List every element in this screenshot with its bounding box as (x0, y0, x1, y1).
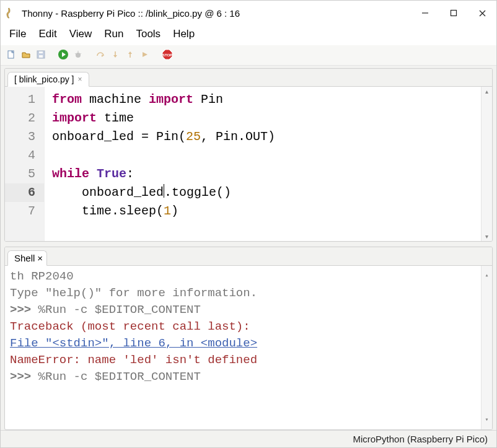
svg-marker-19 (143, 52, 147, 57)
svg-rect-1 (451, 11, 457, 16)
shell-scrollbar[interactable]: ▴▾ (481, 266, 492, 429)
code-text[interactable]: from machine import Pinimport timeonboar… (45, 87, 492, 241)
workspace: [ blink_pico.py ] × 1234567 from machine… (1, 66, 496, 430)
step-over-icon[interactable] (94, 48, 107, 61)
step-into-icon[interactable] (108, 48, 122, 61)
stop-icon[interactable]: STOP (161, 48, 174, 61)
new-file-icon[interactable] (4, 48, 18, 61)
tab-label: [ blink_pico.py ] (14, 74, 74, 84)
svg-text:STOP: STOP (162, 53, 172, 57)
menubar: FileEditViewRunToolsHelp (1, 25, 496, 45)
step-out-icon[interactable] (123, 48, 137, 61)
debug-icon[interactable] (71, 48, 85, 61)
shell-output[interactable]: th RP2040Type "help()" for more informat… (5, 266, 492, 429)
menu-edit[interactable]: Edit (32, 27, 63, 42)
menu-help[interactable]: Help (167, 27, 201, 42)
open-file-icon[interactable] (19, 48, 33, 61)
close-button[interactable] (468, 1, 496, 25)
statusbar: MicroPython (Raspberry Pi Pico) (1, 430, 496, 447)
editor-tabs: [ blink_pico.py ] × (5, 69, 492, 87)
svg-line-12 (75, 53, 76, 55)
shell-tabs: Shell × (5, 247, 492, 266)
app-icon (6, 7, 17, 19)
maximize-button[interactable] (439, 1, 468, 25)
menu-run[interactable]: Run (98, 27, 130, 42)
toolbar: STOP (1, 45, 496, 66)
minimize-button[interactable] (411, 1, 439, 25)
svg-rect-6 (39, 55, 43, 58)
run-icon[interactable] (56, 48, 70, 61)
svg-point-10 (76, 53, 81, 58)
svg-line-13 (80, 53, 81, 55)
svg-marker-16 (113, 55, 117, 58)
editor-panel: [ blink_pico.py ] × 1234567 from machine… (4, 68, 493, 242)
menu-tools[interactable]: Tools (130, 27, 167, 42)
line-gutter: 1234567 (5, 87, 45, 241)
window-title: Thonny - Raspberry Pi Pico :: /blink_pic… (22, 8, 411, 19)
shell-panel: Shell × th RP2040Type "help()" for more … (4, 247, 493, 430)
tab-blink-pico[interactable]: [ blink_pico.py ] × (7, 72, 89, 87)
resume-icon[interactable] (138, 48, 152, 61)
svg-marker-18 (128, 51, 132, 54)
code-area[interactable]: 1234567 from machine import Pinimport ti… (5, 87, 492, 241)
menu-view[interactable]: View (63, 27, 99, 42)
editor-scrollbar[interactable]: ▴▾ (481, 87, 492, 241)
menu-file[interactable]: File (3, 27, 32, 42)
close-icon[interactable]: × (77, 75, 84, 84)
svg-rect-7 (39, 51, 43, 53)
interpreter-status[interactable]: MicroPython (Raspberry Pi Pico) (353, 434, 488, 444)
close-icon[interactable]: × (37, 253, 43, 263)
shell-tab-label: Shell (14, 253, 35, 263)
save-file-icon[interactable] (34, 48, 48, 61)
shell-tab[interactable]: Shell × (7, 250, 47, 266)
window-controls (411, 1, 496, 25)
titlebar: Thonny - Raspberry Pi Pico :: /blink_pic… (1, 1, 496, 25)
